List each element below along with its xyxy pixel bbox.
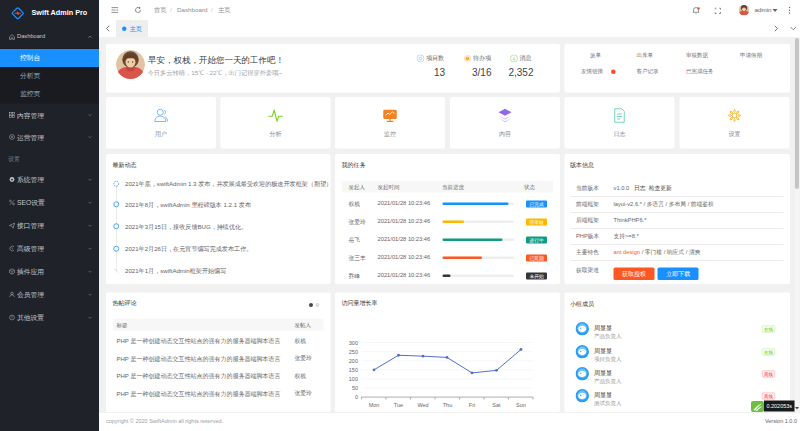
svg-text:Thu: Thu [443,402,452,408]
svg-text:50: 50 [352,385,358,391]
svg-text:Wed: Wed [417,402,428,408]
svg-text:200: 200 [349,358,358,364]
svg-text:150: 150 [349,367,358,373]
svg-text:Mon: Mon [369,402,380,408]
svg-text:Fri: Fri [469,402,475,408]
svg-text:0: 0 [355,394,358,400]
svg-text:300: 300 [349,340,358,346]
svg-text:250: 250 [349,349,358,355]
svg-text:100: 100 [349,376,358,382]
svg-text:Sun: Sun [516,402,526,408]
svg-text:Sat: Sat [492,402,501,408]
svg-text:Tue: Tue [394,402,403,408]
